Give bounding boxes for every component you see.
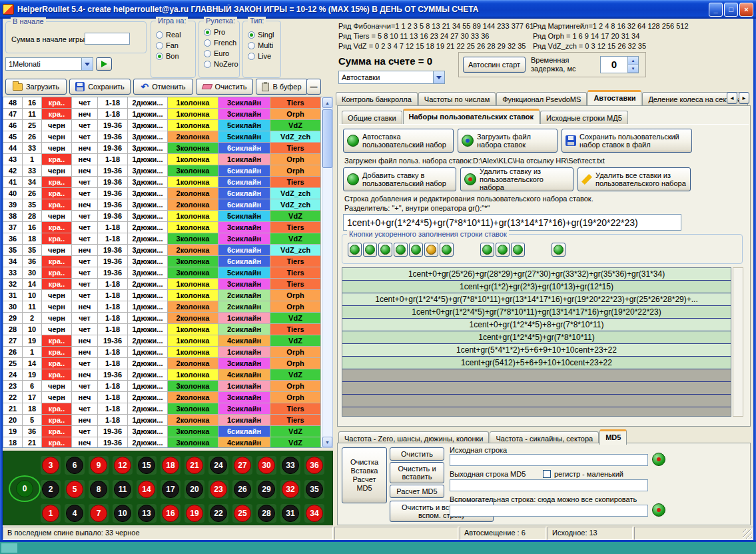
scroll-down-icon[interactable]: ▼ [322,437,332,447]
quick-bet-button[interactable] [480,243,494,257]
удалить-ставку-из-пользовательского-набора-button[interactable]: Удалить ставку из пользовательского набо… [460,167,573,191]
bet-list-item[interactable]: 1cent+gr(5412)+5+6+9+10+10cent+23+22 [342,357,731,369]
board-number-20[interactable]: 20 [185,480,204,499]
quick-bet-button[interactable] [496,243,510,257]
board-number-16[interactable]: 16 [161,504,181,523]
board-number-28[interactable]: 28 [256,504,276,523]
subtab-исходные-строки-мд5[interactable]: Исходные строки МД5 [540,111,628,124]
quick-bet-button[interactable] [424,243,438,257]
quick-bet-button[interactable] [409,243,423,257]
автоставка-пользовательский-набор-button[interactable]: Автоставка пользовательский набор [343,129,454,153]
bet-list-scrollbar[interactable] [733,267,743,417]
clear-paste-calc-md5-button[interactable]: Очистка Вставка Расчет MD5 [342,447,387,503]
добавить-ставку-в-пользовательский-набор-button[interactable]: Добавить ставку в пользовательский набор [343,167,456,191]
radio-live[interactable]: Live [248,51,280,61]
board-number-17[interactable]: 17 [161,480,181,499]
board-number-15[interactable]: 15 [137,456,157,475]
table-row[interactable]: 3535черннеч19-363дюжи...2колонка6сиклайн… [3,245,322,256]
md5-source-chip-button[interactable] [652,453,665,466]
board-number-0[interactable]: 0 [16,480,33,497]
table-row[interactable]: 4134кра..чет19-363дюжи...1колонка6сиклай… [3,177,322,188]
bet-list-item[interactable]: 1cent+0+gr(1*2*4*5)+8+gr(7*8*10*11) [342,319,731,331]
table-row[interactable]: 236чернчет1-181дюжи...3колонка1сиклайнOr… [3,381,322,392]
table-row[interactable]: 1936кра..чет19-363дюжи...3колонка6сиклай… [3,426,322,437]
table-row[interactable]: 3214кра..чет1-182дюжи...1колонка3сиклайн… [3,279,322,290]
table-row[interactable]: 205кра..неч1-181дюжи...2колонка1сиклайнT… [3,415,322,426]
table-row[interactable]: 2419кра..неч19-362дюжи...1колонка4сиклай… [3,369,322,381]
table-row[interactable]: 2217черннеч1-182дюжи...2колонка3сиклайнO… [3,392,322,403]
tab-scroll-right-button[interactable]: ► [739,92,749,104]
table-row[interactable]: 431кра..неч1-181дюжи...1колонка1сиклайнO… [3,154,322,165]
bet-list-item[interactable]: 1cent+gr(5*4*1*2)+5+6+9+10+10cent+23+22 [342,344,731,357]
preset-combobox[interactable]: 1Melonati [5,57,93,71]
board-number-19[interactable]: 19 [185,504,204,523]
delay-spinner[interactable]: 0 ▲ ▼ [600,56,639,73]
table-row[interactable]: 3330кра..чет19-363дюжи...3колонка5сиклай… [3,267,322,279]
minimize-button[interactable]: _ [709,3,723,17]
board-number-30[interactable]: 30 [256,456,276,475]
start-preset-button[interactable] [96,57,112,71]
tab-md5[interactable]: MD5 [599,429,627,445]
table-row[interactable]: 3011черннеч1-181дюжи...2колонка2сиклайнO… [3,301,322,313]
bet-list-item[interactable]: 1cent+0+gr(25*26)+gr(28*29)+gr(27*30)+gr… [342,268,731,281]
board-number-21[interactable]: 21 [185,456,204,475]
radio-fan[interactable]: Fan [156,40,195,51]
tab-автоставки[interactable]: Автоставки [587,90,641,105]
tab-scroll-left-button[interactable]: ◄ [727,92,737,104]
table-row[interactable]: 4433черннеч19-363дюжи...3колонка6сиклайн… [3,143,322,154]
table-row[interactable]: 261кра..неч1-181дюжи...1колонка1сиклайнO… [3,347,322,358]
close-button[interactable]: × [739,3,753,17]
table-scrollbar[interactable]: ▲ ▼ [322,97,333,448]
board-number-26[interactable]: 26 [232,480,252,499]
table-row[interactable]: 2719кра..неч19-362дюжи...1колонка4сиклай… [3,335,322,347]
md5-output-input[interactable] [450,479,648,491]
desktop-button[interactable] [1,543,17,553]
chevron-down-icon[interactable] [81,58,93,70]
board-number-27[interactable]: 27 [232,456,252,475]
subtab-общие-ставки[interactable]: Общие ставки [342,111,402,124]
clear-button[interactable]: Очистить [196,79,253,95]
board-number-11[interactable]: 11 [113,480,133,499]
удалить-все-ставки-из-пользовательского-набора-button[interactable]: Удалить все ставки из пользовательского … [577,167,691,191]
md5-clear-button[interactable]: Очистить [390,447,444,461]
board-number-5[interactable]: 5 [65,480,85,499]
autobets-combobox[interactable]: Автоставки [338,71,445,84]
autospin-start-button[interactable]: Автоспин старт [463,57,526,73]
table-row[interactable]: 4816кра..чет1-182дюжи...1колонка3сиклайн… [3,97,322,109]
radio-multi[interactable]: Multi [248,40,280,51]
board-number-9[interactable]: 9 [89,456,109,475]
table-row[interactable]: 3618кра..чет1-182дюжи...3колонка3сиклайн… [3,233,322,245]
tab-функционал-psevdoms[interactable]: Функционал PsevdoMS [496,92,587,105]
radio-real[interactable]: Real [156,29,195,40]
spin-down-icon[interactable]: ▼ [628,65,638,73]
collapse-button[interactable]: — [306,79,321,95]
table-row[interactable]: 4233черннеч19-363дюжи...3колонка6сиклайн… [3,165,322,177]
quick-bet-button[interactable] [378,243,392,257]
table-row[interactable]: 3436кра..чет19-363дюжи...3колонка6сиклай… [3,256,322,267]
table-row[interactable]: 2810чернчет1-181дюжи...1колонка2сиклайнT… [3,324,322,335]
resize-grip[interactable] [743,529,752,539]
bet-list-item[interactable]: 1cent+0+gr(1*2*4*5)+gr(7*8*10*11)+gr(13*… [342,293,731,306]
spin-up-icon[interactable]: ▲ [628,57,638,65]
board-number-1[interactable]: 1 [41,504,61,523]
board-number-25[interactable]: 25 [232,504,252,523]
board-number-7[interactable]: 7 [89,504,109,523]
table-row[interactable]: 3110чернчет1-181дюжи...1колонка2сиклайнO… [3,290,322,301]
board-number-29[interactable]: 29 [256,480,276,499]
board-number-8[interactable]: 8 [89,480,109,499]
board-number-18[interactable]: 18 [161,456,181,475]
quick-bet-button[interactable] [552,243,566,257]
tab-частоты-по-числам[interactable]: Частоты по числам [418,92,496,105]
register-checkbox[interactable] [543,470,551,478]
bet-string-input[interactable] [343,214,681,231]
bet-list-item[interactable]: 1cent+gr(1*2)+gr(2*3)+gr(10*13)+gr(12*15… [342,281,731,293]
table-row[interactable]: 1821кра..неч19-362дюжи...3колонка4сиклай… [3,437,322,448]
bet-list-item[interactable]: 1cent+0+gr(1*2*4*5)+gr(7*8*10*11)+gr(13*… [342,306,731,319]
table-row[interactable]: 3716кра..чет1-182дюжи...1колонка3сиклайн… [3,222,322,233]
board-number-2[interactable]: 2 [41,480,61,499]
quick-bet-button[interactable] [511,243,525,257]
bet-list-item[interactable]: 1cent+gr(1*2*4*5)+gr(7*8*10*11) [342,331,731,344]
board-number-13[interactable]: 13 [137,504,157,523]
load-button[interactable]: Загрузить [5,79,67,95]
quick-bet-button[interactable] [348,243,362,257]
